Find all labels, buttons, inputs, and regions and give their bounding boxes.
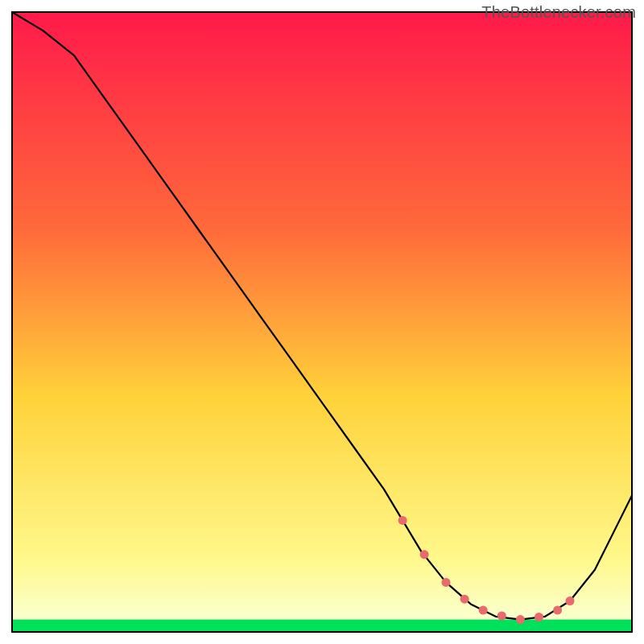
dot: [516, 615, 525, 624]
dot: [460, 595, 469, 604]
dot: [535, 613, 543, 621]
dot: [420, 550, 429, 559]
dot: [479, 606, 488, 615]
watermark-text: TheBottlenecker.com: [481, 3, 636, 22]
dot: [497, 612, 506, 621]
dot: [398, 516, 407, 525]
dot: [566, 597, 575, 605]
dot: [553, 606, 562, 615]
chart-container: TheBottlenecker.com: [0, 0, 644, 644]
dot: [442, 578, 451, 587]
bottleneck-chart: [0, 0, 644, 644]
plot-background: [12, 12, 632, 632]
